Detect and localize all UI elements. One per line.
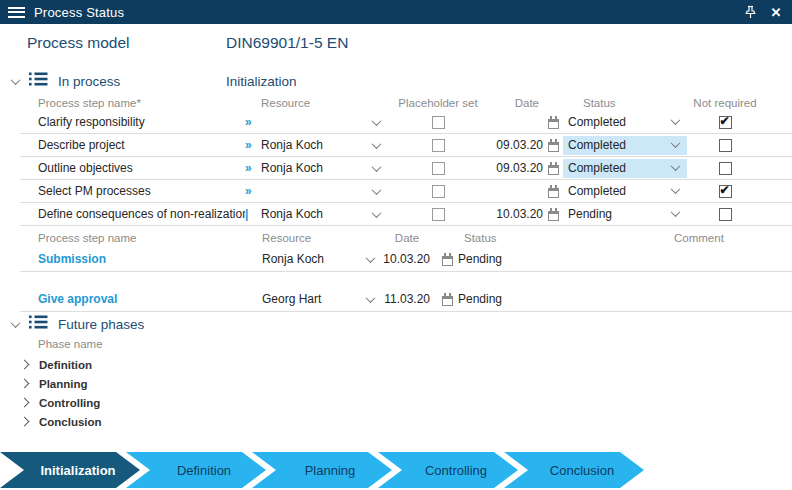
resource-dropdown-icon[interactable] [369,142,383,149]
process-status-window: Process Status ✕ Process model DIN69901/… [0,0,792,490]
table-row: Describe project » Ronja Koch 09.03.20 C… [20,134,792,157]
calendar-icon[interactable] [548,142,559,152]
titlebar: Process Status ✕ [0,0,792,24]
calendar-icon[interactable] [442,296,453,306]
status-value: Completed [568,138,626,152]
calendar-icon[interactable] [548,119,559,129]
expand-icon[interactable] [20,379,30,389]
resource-assign-icon[interactable]: » [245,115,261,129]
status-select[interactable]: Completed [563,182,687,201]
phase-arrow-controlling[interactable]: Controlling [378,452,518,488]
resource-dropdown-icon[interactable] [369,188,383,195]
calendar-icon[interactable] [548,165,559,175]
not-required-checkbox[interactable] [719,116,732,129]
table1-header: Process step name* Resource Placeholder … [20,95,792,111]
resource-value[interactable]: Ronja Koch [261,161,369,175]
table-row: Outline objectives » Ronja Koch 09.03.20… [20,157,792,180]
resource-dropdown-icon[interactable] [362,256,378,263]
phase-name: Planning [39,378,88,390]
date-value[interactable]: 10.03.20 [493,207,543,221]
resource-value[interactable]: Ronja Koch [261,138,369,152]
step-link[interactable]: Give approval [38,292,117,306]
status-value: Completed [568,115,626,129]
close-icon[interactable]: ✕ [766,2,786,22]
status-select[interactable]: Completed [563,136,687,155]
calendar-icon[interactable] [548,188,559,198]
phase-arrow-label: Controlling [425,463,487,478]
col-status: Status [563,97,687,109]
phase-name: Conclusion [39,416,102,428]
section-title: In process [58,74,120,89]
status-value: Completed [568,184,626,198]
col-comment: Comment [548,232,792,244]
table-row: Clarify responsibility » Completed [20,111,792,134]
status-value: Pending [568,207,612,221]
chevron-down-icon [671,138,681,148]
col-resource: Resource [262,232,362,244]
phase-name: Controlling [39,397,100,409]
section-future-phases-header: Future phases [0,313,792,335]
not-required-checkbox[interactable] [719,185,732,198]
pin-icon[interactable] [740,2,760,22]
step-name: Describe project [20,138,245,152]
expand-icon[interactable] [20,360,30,370]
expand-icon[interactable] [20,417,30,427]
section-title: Future phases [58,317,144,332]
expand-icon[interactable] [20,398,30,408]
placeholder-checkbox[interactable] [432,208,445,221]
phase-arrow-label: Initialization [40,463,115,478]
not-required-checkbox[interactable] [719,162,732,175]
phase-tree-item[interactable]: Conclusion [0,412,772,431]
step-name: Clarify responsibility [20,115,245,129]
phase-tree-item[interactable]: Definition [0,355,772,374]
date-value[interactable]: 10.03.20 [378,252,436,266]
menu-icon[interactable] [8,7,25,18]
phase-arrow-planning[interactable]: Planning [252,452,392,488]
step-name: Define consequences of non-realization [20,207,245,221]
date-value[interactable]: 11.03.20 [378,292,436,306]
status-select[interactable]: Completed [563,159,687,178]
status-value: Completed [568,161,626,175]
not-required-checkbox[interactable] [719,208,732,221]
resource-dropdown-icon[interactable] [369,211,383,218]
calendar-icon[interactable] [548,211,559,221]
resource-assign-icon[interactable]: » [245,161,261,175]
phase-tree-item[interactable]: Controlling [0,393,772,412]
resource-dropdown-icon[interactable] [369,165,383,172]
placeholder-checkbox[interactable] [432,116,445,129]
current-phase-label: Initialization [226,74,297,89]
resource-value[interactable]: Ronja Koch [262,252,362,266]
resource-assign-icon[interactable]: » [245,138,261,152]
calendar-icon[interactable] [442,256,453,266]
resource-dropdown-icon[interactable] [369,119,383,126]
collapse-icon[interactable] [8,317,22,331]
placeholder-checkbox[interactable] [432,139,445,152]
phase-arrow-conclusion[interactable]: Conclusion [504,452,644,488]
section-in-process-header: In process Initialization [0,70,792,92]
step-link[interactable]: Submission [38,252,106,266]
status-select[interactable]: Pending [563,205,687,224]
resource-assign-icon[interactable]: » [245,184,261,198]
date-value[interactable]: 09.03.20 [493,161,543,175]
phase-tree-item[interactable]: Planning [0,374,772,393]
collapse-icon[interactable] [8,74,22,88]
phase-arrow-initialization[interactable]: Initialization [0,452,140,488]
col-placeholder-set: Placeholder set [383,97,493,109]
chevron-down-icon [671,115,681,125]
table-row: Select PM processes » Completed [20,180,792,203]
placeholder-checkbox[interactable] [432,162,445,175]
status-select[interactable]: Completed [563,113,687,132]
resource-info-icon[interactable]: | [245,207,261,221]
phase-arrow-label: Definition [177,463,231,478]
phase-arrow-label: Conclusion [550,463,614,478]
col-date: Date [378,232,436,244]
resource-dropdown-icon[interactable] [362,296,378,303]
resource-value[interactable]: Georg Hart [262,292,362,306]
table-row: Define consequences of non-realization |… [20,203,792,226]
resource-value[interactable]: Ronja Koch [261,207,369,221]
phase-arrow-definition[interactable]: Definition [126,452,266,488]
date-value[interactable]: 09.03.20 [493,138,543,152]
step-name: Select PM processes [20,184,245,198]
placeholder-checkbox[interactable] [432,185,445,198]
not-required-checkbox[interactable] [719,139,732,152]
